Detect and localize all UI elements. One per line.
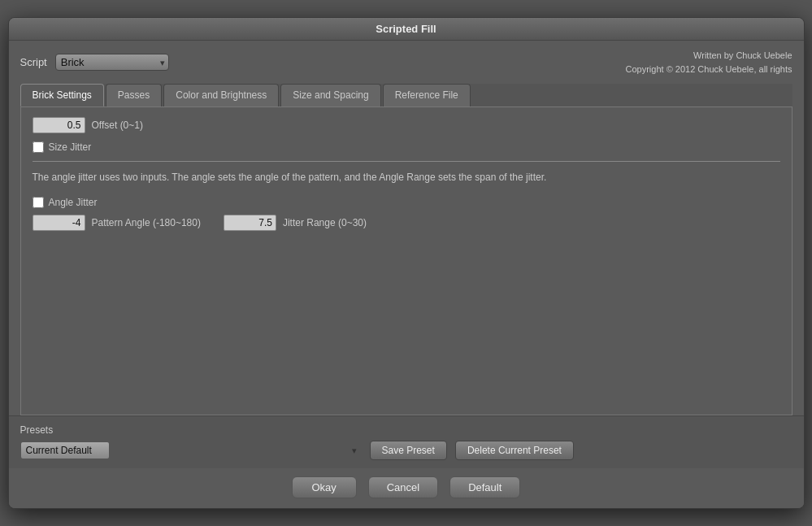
copyright: Written by Chuck Uebele Copyright © 2012… (626, 49, 792, 76)
okay-button[interactable]: Okay (292, 476, 357, 498)
script-label: Script (20, 56, 47, 68)
size-jitter-checkbox[interactable] (33, 141, 44, 153)
divider-1 (33, 161, 780, 162)
tab-reference-file[interactable]: Reference File (383, 84, 471, 107)
delete-preset-button[interactable]: Delete Current Preset (455, 441, 574, 460)
pattern-angle-label: Pattern Angle (-180~180) (92, 217, 201, 228)
preset-select-wrapper[interactable]: Current Default (20, 441, 362, 459)
tab-color-brightness[interactable]: Color and Brightness (163, 84, 279, 107)
size-jitter-row: Size Jitter (33, 141, 780, 153)
title-bar: Scripted Fill (9, 18, 804, 41)
copyright-line1: Written by Chuck Uebele (626, 49, 792, 63)
dialog-body: Script Brick Written by Chuck Uebele Cop… (9, 41, 804, 415)
script-row: Script Brick Written by Chuck Uebele Cop… (20, 49, 792, 76)
button-row: Okay Cancel Default (9, 468, 804, 508)
offset-label: Offset (0~1) (92, 120, 143, 131)
angle-jitter-row: Angle Jitter (33, 197, 780, 208)
presets-row: Current Default Save Preset Delete Curre… (20, 441, 792, 460)
save-preset-button[interactable]: Save Preset (370, 441, 447, 460)
dialog-title: Scripted Fill (376, 23, 436, 35)
cancel-button[interactable]: Cancel (368, 476, 438, 498)
tab-brick-settings[interactable]: Brick Settings (20, 84, 104, 107)
jitter-range-label: Jitter Range (0~30) (283, 217, 367, 228)
size-jitter-label: Size Jitter (49, 141, 92, 153)
jitter-range-input[interactable] (224, 215, 276, 231)
tab-passes[interactable]: Passes (106, 84, 162, 107)
scripted-fill-dialog: Scripted Fill Script Brick Written by Ch… (8, 17, 805, 509)
angle-inputs-row: Pattern Angle (-180~180) Jitter Range (0… (33, 215, 780, 231)
presets-section: Presets Current Default Save Preset Dele… (9, 415, 804, 468)
pattern-angle-input[interactable] (33, 215, 85, 231)
presets-label: Presets (20, 424, 792, 436)
offset-row: Offset (0~1) (33, 117, 780, 133)
angle-jitter-checkbox[interactable] (33, 197, 44, 208)
preset-select[interactable]: Current Default (20, 441, 110, 459)
default-button[interactable]: Default (449, 476, 520, 498)
offset-input[interactable] (33, 117, 85, 133)
tab-panel-brick-settings: Offset (0~1) Size Jitter The angle jitte… (20, 107, 792, 415)
angle-jitter-label: Angle Jitter (49, 197, 98, 208)
script-select[interactable]: Brick (55, 54, 169, 71)
script-select-wrapper[interactable]: Brick (55, 54, 169, 71)
tab-size-spacing[interactable]: Size and Spacing (280, 84, 380, 107)
angle-jitter-description: The angle jitter uses two inputs. The an… (33, 170, 780, 185)
tabs: Brick Settings Passes Color and Brightne… (20, 84, 792, 107)
copyright-line2: Copyright © 2012 Chuck Uebele, all right… (626, 63, 792, 76)
